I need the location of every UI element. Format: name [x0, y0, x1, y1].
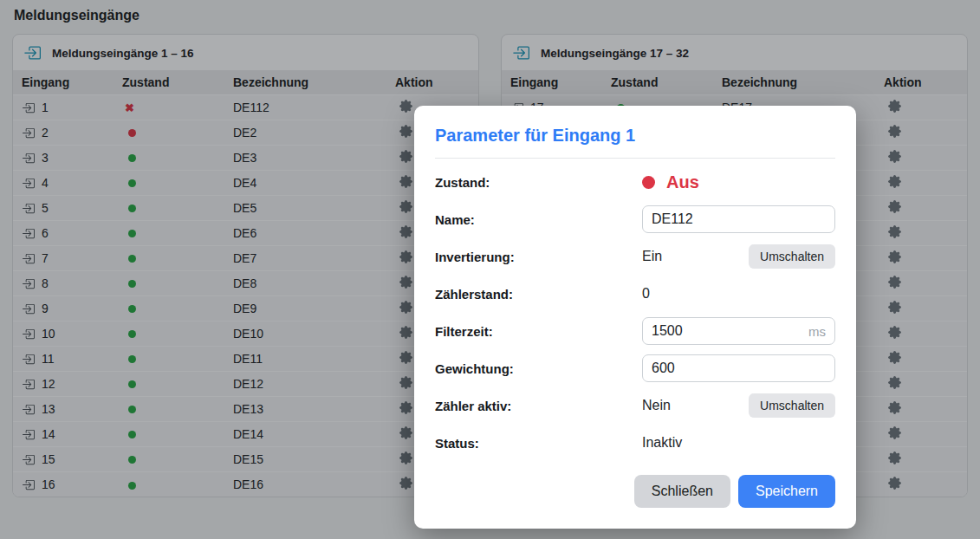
invertierung-value: Ein Umschalten: [642, 244, 835, 269]
filterzeit-input-wrap: ms: [642, 317, 835, 345]
name-input[interactable]: [642, 205, 835, 233]
zustand-label: Zustand:: [435, 175, 642, 190]
zaehler-aktiv-value-text: Nein: [642, 398, 671, 413]
field-row-zustand: Zustand: Aus: [435, 168, 835, 196]
filterzeit-value: ms: [642, 317, 835, 345]
gewichtung-input[interactable]: [642, 354, 835, 382]
parameter-modal: Parameter für Eingang 1 Zustand: Aus Nam…: [414, 106, 856, 529]
invertierung-label: Invertierung:: [435, 250, 642, 264]
status-label: Status:: [435, 436, 642, 451]
zaehlerstand-label: Zählerstand:: [435, 287, 642, 302]
zaehlerstand-value-text: 0: [642, 286, 650, 302]
field-row-zaehler-aktiv: Zähler aktiv: Nein Umschalten: [435, 392, 835, 419]
zustand-value-text: Aus: [666, 172, 699, 192]
field-row-name: Name:: [435, 205, 835, 233]
zaehlerstand-value: 0: [642, 286, 835, 302]
invertierung-value-text: Ein: [642, 249, 662, 264]
field-row-status: Status: Inaktiv: [435, 429, 835, 457]
invertierung-toggle-button[interactable]: Umschalten: [749, 244, 835, 269]
close-button[interactable]: Schließen: [634, 475, 730, 508]
save-button[interactable]: Speichern: [738, 475, 835, 508]
modal-footer: Schließen Speichern: [435, 475, 835, 529]
name-value: [642, 205, 835, 233]
gewichtung-value: [642, 354, 835, 382]
status-value: Inaktiv: [642, 435, 835, 451]
field-row-invertierung: Invertierung: Ein Umschalten: [435, 243, 835, 270]
divider: [435, 158, 835, 159]
zaehler-aktiv-label: Zähler aktiv:: [435, 399, 642, 413]
status-value-text: Inaktiv: [642, 435, 682, 451]
filterzeit-label: Filterzeit:: [435, 324, 642, 339]
zustand-value: Aus: [642, 172, 835, 192]
field-row-gewichtung: Gewichtung:: [435, 354, 835, 382]
modal-title: Parameter für Eingang 1: [435, 125, 835, 146]
zaehler-aktiv-value: Nein Umschalten: [642, 393, 835, 418]
state-off-dot-icon: [642, 176, 655, 189]
filterzeit-input[interactable]: [642, 317, 835, 345]
name-label: Name:: [435, 212, 642, 227]
field-row-zaehlerstand: Zählerstand: 0: [435, 280, 835, 308]
gewichtung-label: Gewichtung:: [435, 361, 642, 376]
field-row-filterzeit: Filterzeit: ms: [435, 317, 835, 345]
zaehler-aktiv-toggle-button[interactable]: Umschalten: [749, 393, 835, 418]
